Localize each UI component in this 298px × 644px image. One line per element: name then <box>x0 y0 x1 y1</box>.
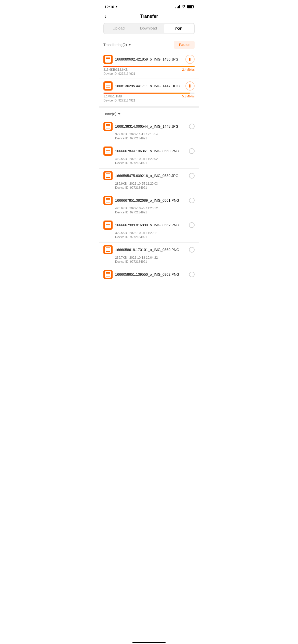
transfer-meta: 313.6KB/313.6KB 2.4Mbit/s <box>103 68 195 71</box>
chevron-down-icon <box>128 44 131 46</box>
location-icon: ➤ <box>115 5 118 9</box>
select-radio[interactable] <box>189 173 195 179</box>
select-radio[interactable] <box>189 272 195 277</box>
header: ‹ Transfer <box>99 11 199 23</box>
transfer-item-1: 1668080692.421859_o_IMG_1436.JPG 313.6KB… <box>99 52 199 79</box>
done-item-4: 1666667851.382689_o_IMG_0561.PNG 426.6KB… <box>99 193 199 218</box>
file-icon <box>103 55 113 64</box>
done-filename: 1666667851.382689_o_IMG_0561.PNG <box>115 198 186 202</box>
transfer-speed: 5.8Mbit/s <box>182 95 195 98</box>
file-icon <box>103 221 113 230</box>
done-item-1: 1668138314.066544_o_IMG_1448.JPG 372.9KB… <box>99 119 199 144</box>
chevron-down-icon-done <box>118 113 120 115</box>
pause-item-button[interactable] <box>185 55 195 64</box>
done-section-header: Done(8) <box>99 109 199 119</box>
status-icons <box>175 5 194 9</box>
partial-filename: 1666058651.139550_o_IMG_0362.PNG <box>115 272 186 276</box>
done-filename: 1666667844.106361_o_IMG_0560.PNG <box>115 149 186 153</box>
select-radio[interactable] <box>189 247 195 253</box>
done-device: Device ID: 9272134921 <box>103 137 195 140</box>
pause-all-button[interactable]: Pause <box>174 41 195 49</box>
transfer-speed: 2.4Mbit/s <box>182 68 195 71</box>
done-device: Device ID: 9272134921 <box>103 211 195 214</box>
file-icon <box>103 147 113 156</box>
progress-bar-container <box>103 66 195 67</box>
select-radio[interactable] <box>189 148 195 154</box>
filename: 1668136295.441711_o_IMG_1447.HEIC <box>115 84 183 88</box>
done-size-date: 372.9KB 2022-11-11 12:15:54 <box>103 133 195 136</box>
select-radio[interactable] <box>189 222 195 228</box>
done-item-3: 1666595475.609216_o_IMG_0539.JPG 285.9KB… <box>99 168 199 193</box>
transfer-device: Device ID: 9272134921 <box>103 99 195 102</box>
file-icon <box>103 270 113 279</box>
done-device: Device ID: 9272134921 <box>103 260 195 264</box>
status-time: 12:16 <box>104 5 114 9</box>
transfer-item-2: 1668136295.441711_o_IMG_1447.HEIC 1.1MB/… <box>99 79 199 105</box>
done-device: Device ID: 9272134921 <box>103 161 195 165</box>
signal-icon <box>175 5 180 8</box>
transferring-list: 1668080692.421859_o_IMG_1436.JPG 313.6KB… <box>99 52 199 105</box>
file-icon <box>103 171 113 180</box>
done-size-date: 285.9KB 2022-10-25 11:20:03 <box>103 182 195 185</box>
partial-item: 1666058651.139550_o_IMG_0362.PNG <box>99 267 199 279</box>
done-list: 1668138314.066544_o_IMG_1448.JPG 372.9KB… <box>99 119 199 267</box>
done-item-5: 1666667909.816890_o_IMG_0562.PNG 329.5KB… <box>99 218 199 242</box>
battery-icon <box>187 5 194 8</box>
progress-bar-container <box>103 93 195 94</box>
progress-bar <box>103 66 195 67</box>
done-filename: 1668138314.066544_o_IMG_1448.JPG <box>115 124 186 128</box>
tab-bar: Upload Download P2P <box>103 23 195 34</box>
file-icon <box>103 196 113 205</box>
done-item-6: 1666058618.170101_o_IMG_0360.PNG 239.7KB… <box>99 242 199 267</box>
pause-item-button[interactable] <box>185 81 195 91</box>
select-radio[interactable] <box>189 124 195 129</box>
file-icon <box>103 245 113 254</box>
select-radio[interactable] <box>189 198 195 203</box>
done-size-date: 426.6KB 2022-10-25 11:20:12 <box>103 207 195 210</box>
transferring-title[interactable]: Transferring(2) <box>103 43 131 47</box>
wifi-icon <box>182 5 186 9</box>
done-item-2: 1666667844.106361_o_IMG_0560.PNG 419.5KB… <box>99 144 199 168</box>
transferring-section-header: Transferring(2) Pause <box>99 38 199 52</box>
status-bar: 12:16 ➤ <box>99 0 199 11</box>
transfer-device: Device ID: 9272134921 <box>103 72 195 76</box>
page-title: Transfer <box>140 14 158 19</box>
file-icon <box>103 122 113 131</box>
done-size-date: 329.5KB 2022-10-25 11:20:11 <box>103 231 195 235</box>
tab-p2p[interactable]: P2P <box>164 24 194 33</box>
tab-download[interactable]: Download <box>133 23 163 34</box>
back-button[interactable]: ‹ <box>104 13 106 20</box>
tab-upload[interactable]: Upload <box>104 23 133 34</box>
transfer-size: 313.6KB/313.6KB <box>103 68 128 71</box>
done-filename: 1666058618.170101_o_IMG_0360.PNG <box>115 248 186 252</box>
filename: 1668080692.421859_o_IMG_1436.JPG <box>115 57 183 61</box>
file-icon <box>103 81 113 91</box>
done-device: Device ID: 9272134921 <box>103 186 195 189</box>
transfer-size: 1.1MB/1.1MB <box>103 95 122 98</box>
progress-bar <box>103 93 190 94</box>
done-title[interactable]: Done(8) <box>103 112 120 116</box>
done-filename: 1666595475.609216_o_IMG_0539.JPG <box>115 174 186 178</box>
done-device: Device ID: 9272134921 <box>103 235 195 239</box>
section-divider <box>99 106 199 108</box>
done-filename: 1666667909.816890_o_IMG_0562.PNG <box>115 223 186 227</box>
transfer-meta: 1.1MB/1.1MB 5.8Mbit/s <box>103 95 195 98</box>
done-size-date: 419.5KB 2022-10-25 11:20:02 <box>103 157 195 161</box>
done-size-date: 239.7KB 2022-10-18 10:04:22 <box>103 256 195 259</box>
